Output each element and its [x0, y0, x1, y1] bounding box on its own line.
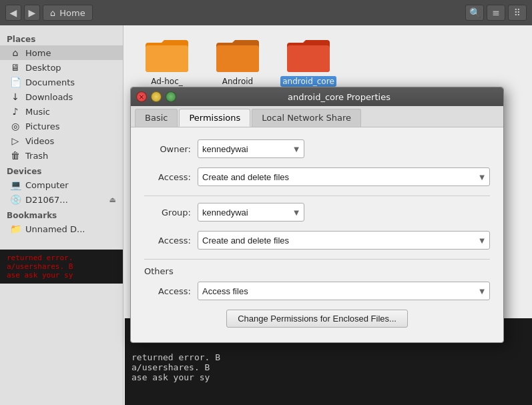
tab-local-network-share[interactable]: Local Network Share [252, 109, 361, 127]
sidebar-item-label: Home [25, 48, 51, 58]
computer-icon: 💻 [9, 179, 21, 190]
videos-icon: ▷ [9, 135, 21, 146]
owner-access-wrapper: Create and delete files Change content o… [198, 167, 490, 186]
home-icon: ⌂ [9, 47, 21, 58]
home-icon: ⌂ [50, 8, 55, 18]
desktop-icon: 🖥 [9, 62, 21, 73]
group-access-wrapper: Create and delete files Change content o… [198, 231, 490, 250]
sidebar-item-computer[interactable]: 💻 Computer [0, 177, 123, 192]
dialog-content: Owner: kennedywai root ▼ Access: Create … [131, 127, 503, 342]
sidebar-item-videos[interactable]: ▷ Videos [0, 133, 123, 148]
tab-permissions[interactable]: Permissions [179, 109, 250, 127]
menu-button[interactable]: ≡ [487, 5, 505, 21]
music-icon: ♪ [9, 106, 21, 117]
others-label: Others [144, 266, 490, 276]
eject-icon[interactable]: ⏏ [109, 195, 116, 204]
sidebar-item-home[interactable]: ⌂ Home [0, 45, 123, 60]
sidebar-item-label: Unnamed D... [25, 224, 85, 234]
close-button[interactable]: ✕ [136, 91, 147, 102]
grid-button[interactable]: ⠿ [508, 5, 527, 21]
sidebar-item-downloads[interactable]: ↓ Downloads [0, 89, 123, 104]
group-row: Group: kennedywai root ▼ [144, 203, 490, 222]
owner-access-label: Access: [144, 172, 191, 182]
sidebar-item-music[interactable]: ♪ Music [0, 104, 123, 119]
owner-access-row: Access: Create and delete files Change c… [144, 167, 490, 186]
dialog-title: android_core Properties [180, 92, 498, 102]
others-access-label: Access: [144, 286, 191, 296]
owner-access-select[interactable]: Create and delete files Change content o… [198, 167, 490, 186]
sidebar-item-pictures[interactable]: ◎ Pictures [0, 119, 123, 133]
file-name-android: Android [220, 76, 255, 87]
dialog-titlebar: ✕ android_core Properties [131, 87, 503, 106]
sidebar-item-label: Trash [25, 151, 48, 161]
sidebar-item-documents[interactable]: 📄 Documents [0, 75, 123, 89]
sidebar-item-label: Videos [25, 136, 54, 146]
others-access-row: Access: Access files None Create and del… [144, 282, 490, 300]
owner-select-wrapper: kennedywai root ▼ [198, 139, 304, 158]
sidebar: Places ⌂ Home 🖥 Desktop 📄 Documents ↓ Do… [0, 25, 123, 405]
separator-2 [144, 259, 490, 260]
group-access-row: Access: Create and delete files Change c… [144, 231, 490, 250]
group-select-wrapper: kennedywai root ▼ [198, 203, 304, 222]
sidebar-item-d21067[interactable]: 💿 D21067... ⏏ [0, 192, 123, 207]
downloads-icon: ↓ [9, 91, 21, 102]
sidebar-item-label: D21067... [25, 195, 68, 205]
places-section-title: Places [0, 31, 123, 45]
group-access-select[interactable]: Create and delete files Change content o… [198, 231, 490, 250]
sidebar-item-label: Computer [25, 180, 69, 190]
sidebar-item-label: Desktop [25, 63, 61, 73]
trash-icon: 🗑 [9, 150, 21, 161]
owner-label: Owner: [144, 144, 191, 154]
drive-icon: 💿 [9, 194, 21, 205]
back-button[interactable]: ◀ [5, 5, 21, 21]
properties-dialog[interactable]: ✕ android_core Properties Basic Permissi… [130, 87, 504, 343]
group-access-label: Access: [144, 236, 191, 246]
forward-button[interactable]: ▶ [24, 5, 40, 21]
group-select[interactable]: kennedywai root [198, 203, 304, 222]
owner-row: Owner: kennedywai root ▼ [144, 139, 490, 158]
folder-icon: 📁 [9, 224, 21, 234]
dialog-tabs: Basic Permissions Local Network Share [131, 106, 503, 127]
maximize-button[interactable] [166, 91, 176, 102]
location-title: Home [59, 8, 85, 18]
sidebar-item-label: Documents [25, 77, 75, 87]
sidebar-item-trash[interactable]: 🗑 Trash [0, 148, 123, 163]
sidebar-item-label: Music [25, 107, 50, 117]
topbar: ◀ ▶ ⌂ Home 🔍 ≡ ⠿ [0, 0, 532, 25]
documents-icon: 📄 [9, 77, 21, 87]
owner-select[interactable]: kennedywai root [198, 139, 304, 158]
minimize-button[interactable] [151, 91, 162, 102]
separator-1 [144, 195, 490, 196]
folder-svg-android [216, 39, 259, 73]
group-label: Group: [144, 208, 191, 218]
devices-section-title: Devices [0, 163, 123, 177]
pictures-icon: ◎ [9, 121, 21, 131]
sidebar-item-desktop[interactable]: 🖥 Desktop [0, 60, 123, 75]
change-permissions-button[interactable]: Change Permissions for Enclosed Files... [226, 310, 408, 328]
sidebar-item-label: Pictures [25, 121, 59, 131]
terminal-error-overlay: returned error.a/usershares. Base ask yo… [0, 250, 123, 284]
bookmarks-section-title: Bookmarks [0, 207, 123, 222]
folder-svg-adhoc [146, 39, 188, 73]
sidebar-item-label: Downloads [25, 92, 73, 102]
sidebar-item-unnamed[interactable]: 📁 Unnamed D... [0, 222, 123, 236]
others-access-select[interactable]: Access files None Create and delete file… [198, 282, 490, 300]
folder-svg-android-core [287, 39, 330, 73]
topbar-actions: 🔍 ≡ ⠿ [465, 5, 527, 21]
tab-basic[interactable]: Basic [135, 109, 178, 127]
location-bar[interactable]: ⌂ Home [43, 5, 93, 21]
others-access-wrapper: Access files None Create and delete file… [198, 282, 490, 300]
search-button[interactable]: 🔍 [465, 5, 484, 21]
file-name-android-core: android_core [280, 76, 336, 87]
